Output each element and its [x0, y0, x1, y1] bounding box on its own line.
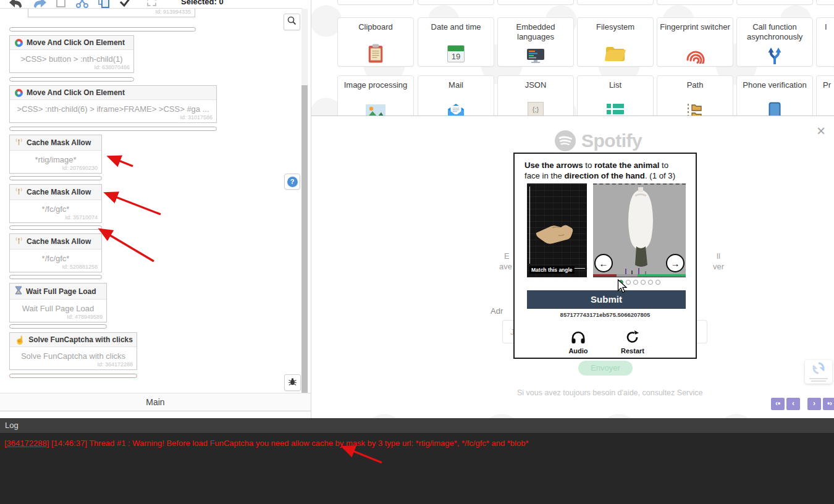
arrow-left-icon: ←	[599, 258, 609, 269]
pager-next-button[interactable]: ›	[807, 398, 821, 410]
send-button[interactable]: Envoyer	[578, 361, 633, 376]
block-id: Id: 913994335	[28, 9, 195, 17]
connector[interactable]	[9, 77, 134, 82]
module-grid: Clipboard Date and time 19 Embedded lang…	[311, 0, 834, 116]
paste-icon[interactable]	[56, 0, 67, 8]
module-card-cut[interactable]	[337, 0, 414, 5]
tab-main[interactable]: Main	[0, 393, 311, 411]
submit-button[interactable]: Submit	[527, 290, 686, 309]
cut-icon[interactable]	[75, 0, 89, 8]
bug-icon	[288, 377, 297, 388]
antenna-icon	[15, 138, 23, 148]
audio-button[interactable]: Audio	[556, 330, 600, 355]
block-title: Solve FunCaptcha with clicks	[28, 335, 133, 344]
pager-last-button[interactable]: •›	[823, 398, 834, 410]
block-title: Cache Mask Allow	[27, 188, 91, 196]
help-button[interactable]: ?	[284, 174, 300, 190]
redo-icon[interactable]	[32, 0, 47, 8]
log-entry-id-link[interactable]: [364172288]	[4, 439, 49, 448]
help-icon: ?	[287, 177, 298, 187]
code-monitor-icon	[498, 45, 573, 67]
page-fragment: ver	[713, 262, 724, 271]
scrollbar-thumb[interactable]	[301, 85, 308, 409]
connector-highlighted[interactable]	[9, 374, 137, 378]
validate-icon[interactable]	[119, 0, 132, 8]
toolbar: Selected: 0	[0, 0, 302, 9]
pager-prev-button[interactable]: ‹	[786, 398, 800, 410]
module-card-partial-2[interactable]: Pr	[816, 75, 834, 116]
module-card-call-function-async[interactable]: Call function asynchronously	[736, 17, 813, 67]
phone-icon	[737, 101, 812, 116]
module-card-cut[interactable]	[657, 0, 733, 5]
recaptcha-icon	[812, 362, 825, 374]
module-card-partial-1[interactable]: I	[816, 17, 834, 67]
rotate-right-button[interactable]: →	[666, 254, 684, 272]
search-button[interactable]	[284, 14, 300, 30]
right-panel: Clipboard Date and time 19 Embedded lang…	[311, 0, 834, 418]
module-card-cut[interactable]	[736, 0, 813, 5]
headphones-icon	[571, 330, 586, 344]
action-block-move-click-2[interactable]: Move And Click On Element >CSS> :nth-chi…	[9, 85, 217, 123]
selection-mode-icon[interactable]	[147, 0, 156, 6]
module-card-filesystem[interactable]: Filesystem	[577, 17, 654, 67]
block-title: Move And Click On Element	[27, 88, 125, 97]
block-id: Id: 478949589	[10, 314, 106, 322]
connector[interactable]	[9, 27, 196, 32]
connector[interactable]	[9, 127, 217, 131]
close-icon[interactable]: ×	[813, 124, 829, 140]
module-card-cut[interactable]	[577, 0, 654, 5]
block-id: Id: 31017586	[10, 114, 216, 122]
module-card-phone-verification[interactable]: Phone verification	[736, 75, 813, 116]
address-label: Adr	[491, 306, 503, 316]
module-card-json[interactable]: JSON {;}JSON	[497, 75, 574, 116]
module-card-fingerprint-switcher[interactable]: Fingerprint switcher	[657, 17, 733, 67]
copy-icon[interactable]	[98, 0, 110, 8]
module-card-clipboard[interactable]: Clipboard	[337, 17, 414, 67]
progress-dot	[641, 280, 646, 285]
connector[interactable]	[9, 324, 107, 329]
module-card-cut[interactable]	[497, 0, 574, 5]
match-angle-label: Match this angle	[529, 266, 575, 274]
block-body: *rtig/image*	[10, 151, 101, 165]
captcha-instruction: Use the arrows to rotate the animal to f…	[515, 154, 696, 185]
undo-icon[interactable]	[9, 0, 23, 8]
browser-view: Spotify × E ave ll ver Adr Je Envoyer Si…	[311, 116, 834, 411]
progress-dot	[633, 280, 638, 285]
module-card-cut[interactable]	[816, 0, 834, 5]
action-block-move-click-1[interactable]: Move And Click On Element >CSS> button >…	[9, 35, 134, 73]
module-card-image-processing[interactable]: Image processing	[337, 75, 414, 116]
action-block-cache-mask-1[interactable]: Cache Mask Allow *rtig/image* Id: 207690…	[9, 135, 102, 174]
rotate-left-button[interactable]: ←	[594, 254, 613, 272]
module-card-embedded-languages[interactable]: Embedded languages	[497, 17, 574, 67]
recaptcha-badge[interactable]	[805, 360, 832, 384]
action-block-cache-mask-2[interactable]: Cache Mask Allow */fc/gfc* Id: 35710074	[9, 184, 102, 223]
path-folders-icon	[657, 101, 733, 116]
arrow-right-icon: →	[671, 258, 680, 269]
module-card-cut[interactable]	[418, 0, 494, 5]
page-fragment: ll	[717, 251, 720, 261]
search-icon	[287, 16, 297, 28]
action-block-cache-mask-3[interactable]: Cache Mask Allow */fc/gfc* Id: 520881258	[9, 233, 102, 272]
connector[interactable]	[9, 225, 102, 230]
connector[interactable]	[9, 275, 102, 279]
restart-button[interactable]: Restart	[610, 330, 655, 355]
module-card-mail[interactable]: Mail	[418, 75, 494, 116]
pager-first-button[interactable]: ‹•	[771, 398, 785, 410]
connector[interactable]	[9, 176, 102, 180]
rotation-progress-bar	[593, 274, 686, 277]
image-icon	[338, 101, 413, 116]
action-workspace: Id: 913994335 Move And Click On Element …	[0, 9, 301, 393]
action-block-solve-funcaptcha[interactable]: ☝Solve FunCaptcha with clicks Solve FunC…	[9, 332, 137, 370]
action-block-wait-load[interactable]: Wait Full Page Load Wait Full Page Load …	[9, 283, 107, 322]
page-fragment: E	[504, 251, 510, 261]
page-help-text: Si vous avez toujours besoin d'aide, con…	[517, 388, 702, 397]
debug-button[interactable]	[284, 374, 301, 391]
block-id: Id: 520881258	[10, 264, 101, 272]
module-card-list[interactable]: List	[577, 75, 654, 116]
action-block-partial[interactable]: Id: 913994335	[28, 9, 195, 17]
block-id: Id: 364172288	[10, 361, 137, 369]
log-panel: Log [364172288] [14:46:37] Thread #1 : W…	[0, 418, 834, 504]
module-card-date-time[interactable]: Date and time 19	[418, 17, 494, 67]
module-card-path[interactable]: Path	[657, 75, 733, 116]
block-title: Move And Click On Element	[27, 38, 125, 47]
